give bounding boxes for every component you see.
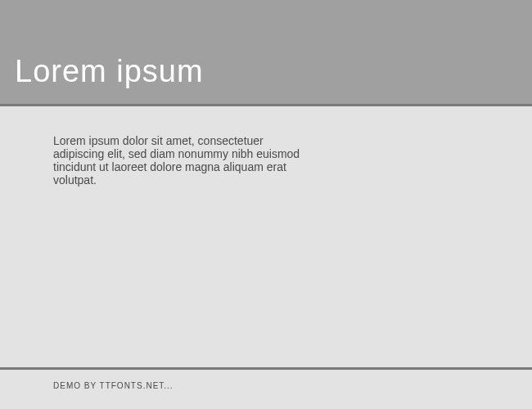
header: Lorem ipsum: [0, 0, 532, 106]
footer: DEMO BY TTFONTS.NET...: [0, 370, 532, 409]
body-paragraph: Lorem ipsum dolor sit amet, consectetuer…: [53, 134, 315, 187]
footer-credit: DEMO BY TTFONTS.NET...: [53, 381, 532, 390]
main-content: Lorem ipsum dolor sit amet, consectetuer…: [0, 106, 532, 367]
page-title: Lorem ipsum: [15, 54, 204, 89]
